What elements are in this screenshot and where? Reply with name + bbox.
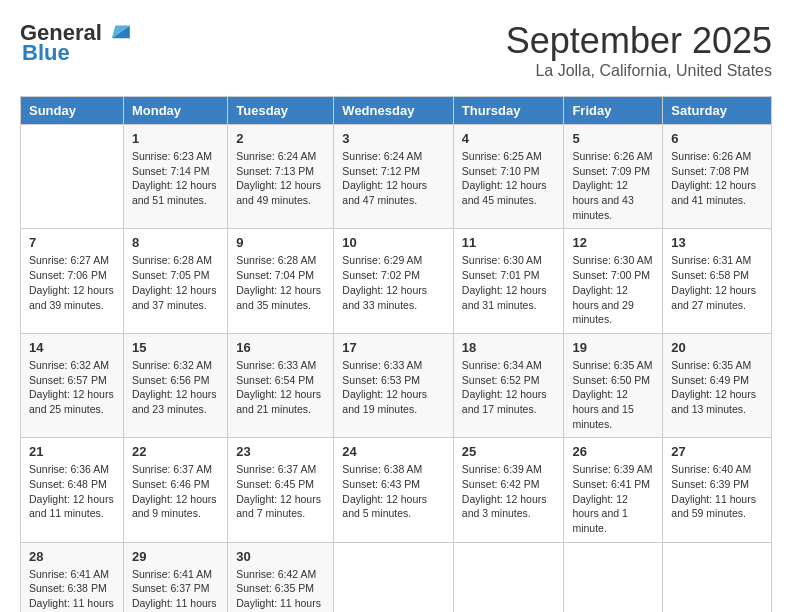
day-number: 3 (342, 131, 445, 146)
cell-info: Sunrise: 6:35 AM Sunset: 6:49 PM Dayligh… (671, 358, 763, 417)
logo-blue: Blue (20, 40, 70, 66)
calendar-cell: 21 Sunrise: 6:36 AM Sunset: 6:48 PM Dayl… (21, 438, 124, 542)
sunset-text: Sunset: 6:45 PM (236, 477, 325, 492)
calendar-cell: 20 Sunrise: 6:35 AM Sunset: 6:49 PM Dayl… (663, 333, 772, 437)
day-number: 23 (236, 444, 325, 459)
day-number: 28 (29, 549, 115, 564)
sunrise-text: Sunrise: 6:28 AM (236, 253, 325, 268)
column-header-wednesday: Wednesday (334, 97, 454, 125)
cell-info: Sunrise: 6:41 AM Sunset: 6:38 PM Dayligh… (29, 567, 115, 612)
daylight-text: Daylight: 12 hours and 39 minutes. (29, 283, 115, 312)
calendar-cell: 24 Sunrise: 6:38 AM Sunset: 6:43 PM Dayl… (334, 438, 454, 542)
day-number: 19 (572, 340, 654, 355)
calendar-cell: 3 Sunrise: 6:24 AM Sunset: 7:12 PM Dayli… (334, 125, 454, 229)
sunset-text: Sunset: 7:00 PM (572, 268, 654, 283)
sunset-text: Sunset: 7:04 PM (236, 268, 325, 283)
column-header-tuesday: Tuesday (228, 97, 334, 125)
sunrise-text: Sunrise: 6:24 AM (236, 149, 325, 164)
daylight-text: Daylight: 12 hours and 25 minutes. (29, 387, 115, 416)
daylight-text: Daylight: 12 hours and 49 minutes. (236, 178, 325, 207)
day-number: 6 (671, 131, 763, 146)
cell-info: Sunrise: 6:34 AM Sunset: 6:52 PM Dayligh… (462, 358, 556, 417)
day-number: 1 (132, 131, 219, 146)
column-header-monday: Monday (123, 97, 227, 125)
day-number: 13 (671, 235, 763, 250)
calendar-week-row: 28 Sunrise: 6:41 AM Sunset: 6:38 PM Dayl… (21, 542, 772, 612)
daylight-text: Daylight: 12 hours and 41 minutes. (671, 178, 763, 207)
cell-info: Sunrise: 6:32 AM Sunset: 6:57 PM Dayligh… (29, 358, 115, 417)
sunset-text: Sunset: 6:38 PM (29, 581, 115, 596)
calendar-cell: 28 Sunrise: 6:41 AM Sunset: 6:38 PM Dayl… (21, 542, 124, 612)
sunset-text: Sunset: 6:52 PM (462, 373, 556, 388)
cell-info: Sunrise: 6:23 AM Sunset: 7:14 PM Dayligh… (132, 149, 219, 208)
day-number: 5 (572, 131, 654, 146)
daylight-text: Daylight: 12 hours and 33 minutes. (342, 283, 445, 312)
sunrise-text: Sunrise: 6:30 AM (462, 253, 556, 268)
cell-info: Sunrise: 6:32 AM Sunset: 6:56 PM Dayligh… (132, 358, 219, 417)
sunset-text: Sunset: 7:09 PM (572, 164, 654, 179)
calendar-cell: 25 Sunrise: 6:39 AM Sunset: 6:42 PM Dayl… (453, 438, 564, 542)
cell-info: Sunrise: 6:25 AM Sunset: 7:10 PM Dayligh… (462, 149, 556, 208)
daylight-text: Daylight: 12 hours and 35 minutes. (236, 283, 325, 312)
daylight-text: Daylight: 12 hours and 43 minutes. (572, 178, 654, 222)
column-header-saturday: Saturday (663, 97, 772, 125)
day-number: 29 (132, 549, 219, 564)
calendar-cell: 2 Sunrise: 6:24 AM Sunset: 7:13 PM Dayli… (228, 125, 334, 229)
cell-info: Sunrise: 6:37 AM Sunset: 6:46 PM Dayligh… (132, 462, 219, 521)
calendar-cell: 16 Sunrise: 6:33 AM Sunset: 6:54 PM Dayl… (228, 333, 334, 437)
sunrise-text: Sunrise: 6:37 AM (236, 462, 325, 477)
sunset-text: Sunset: 6:57 PM (29, 373, 115, 388)
sunrise-text: Sunrise: 6:25 AM (462, 149, 556, 164)
cell-info: Sunrise: 6:26 AM Sunset: 7:08 PM Dayligh… (671, 149, 763, 208)
day-number: 8 (132, 235, 219, 250)
cell-info: Sunrise: 6:30 AM Sunset: 7:00 PM Dayligh… (572, 253, 654, 326)
day-number: 21 (29, 444, 115, 459)
daylight-text: Daylight: 12 hours and 47 minutes. (342, 178, 445, 207)
day-number: 30 (236, 549, 325, 564)
sunset-text: Sunset: 7:05 PM (132, 268, 219, 283)
page-subtitle: La Jolla, California, United States (506, 62, 772, 80)
cell-info: Sunrise: 6:38 AM Sunset: 6:43 PM Dayligh… (342, 462, 445, 521)
sunset-text: Sunset: 6:46 PM (132, 477, 219, 492)
sunrise-text: Sunrise: 6:24 AM (342, 149, 445, 164)
cell-info: Sunrise: 6:37 AM Sunset: 6:45 PM Dayligh… (236, 462, 325, 521)
day-number: 15 (132, 340, 219, 355)
calendar-week-row: 21 Sunrise: 6:36 AM Sunset: 6:48 PM Dayl… (21, 438, 772, 542)
calendar-cell (21, 125, 124, 229)
daylight-text: Daylight: 12 hours and 15 minutes. (572, 387, 654, 431)
sunrise-text: Sunrise: 6:27 AM (29, 253, 115, 268)
calendar-cell: 14 Sunrise: 6:32 AM Sunset: 6:57 PM Dayl… (21, 333, 124, 437)
day-number: 25 (462, 444, 556, 459)
sunrise-text: Sunrise: 6:42 AM (236, 567, 325, 582)
daylight-text: Daylight: 12 hours and 45 minutes. (462, 178, 556, 207)
sunrise-text: Sunrise: 6:28 AM (132, 253, 219, 268)
calendar-cell: 7 Sunrise: 6:27 AM Sunset: 7:06 PM Dayli… (21, 229, 124, 333)
day-number: 14 (29, 340, 115, 355)
calendar-week-row: 7 Sunrise: 6:27 AM Sunset: 7:06 PM Dayli… (21, 229, 772, 333)
day-number: 2 (236, 131, 325, 146)
daylight-text: Daylight: 11 hours and 55 minutes. (132, 596, 219, 612)
daylight-text: Daylight: 12 hours and 11 minutes. (29, 492, 115, 521)
calendar-cell: 26 Sunrise: 6:39 AM Sunset: 6:41 PM Dayl… (564, 438, 663, 542)
day-number: 18 (462, 340, 556, 355)
day-number: 16 (236, 340, 325, 355)
cell-info: Sunrise: 6:30 AM Sunset: 7:01 PM Dayligh… (462, 253, 556, 312)
day-number: 4 (462, 131, 556, 146)
sunrise-text: Sunrise: 6:37 AM (132, 462, 219, 477)
sunset-text: Sunset: 6:39 PM (671, 477, 763, 492)
day-number: 12 (572, 235, 654, 250)
column-header-friday: Friday (564, 97, 663, 125)
sunset-text: Sunset: 6:56 PM (132, 373, 219, 388)
day-number: 20 (671, 340, 763, 355)
calendar-cell: 22 Sunrise: 6:37 AM Sunset: 6:46 PM Dayl… (123, 438, 227, 542)
daylight-text: Daylight: 11 hours and 57 minutes. (29, 596, 115, 612)
calendar-cell: 11 Sunrise: 6:30 AM Sunset: 7:01 PM Dayl… (453, 229, 564, 333)
daylight-text: Daylight: 11 hours and 59 minutes. (671, 492, 763, 521)
cell-info: Sunrise: 6:27 AM Sunset: 7:06 PM Dayligh… (29, 253, 115, 312)
calendar-header-row: SundayMondayTuesdayWednesdayThursdayFrid… (21, 97, 772, 125)
calendar-cell: 15 Sunrise: 6:32 AM Sunset: 6:56 PM Dayl… (123, 333, 227, 437)
cell-info: Sunrise: 6:42 AM Sunset: 6:35 PM Dayligh… (236, 567, 325, 612)
calendar-cell: 6 Sunrise: 6:26 AM Sunset: 7:08 PM Dayli… (663, 125, 772, 229)
calendar-cell: 23 Sunrise: 6:37 AM Sunset: 6:45 PM Dayl… (228, 438, 334, 542)
sunrise-text: Sunrise: 6:41 AM (132, 567, 219, 582)
